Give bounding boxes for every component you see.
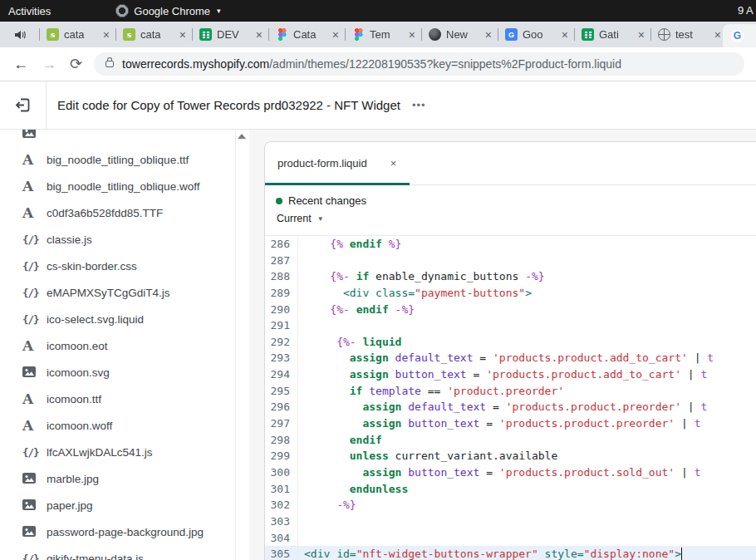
chevron-down-icon: ▾	[217, 7, 221, 15]
browser-tab[interactable]: Gati×	[574, 22, 650, 47]
file-sidebar: Abig_noodle_titling_oblique.ttfAbig_nood…	[0, 130, 249, 560]
close-icon[interactable]: ×	[179, 29, 186, 41]
file-list-item[interactable]: Abig_noodle_titling_oblique.ttf	[0, 146, 234, 173]
file-list-item[interactable]: password-page-background.jpg	[0, 518, 234, 545]
reload-button[interactable]: ⟳	[70, 55, 82, 73]
tab-audio-control[interactable]	[0, 22, 39, 47]
code-line[interactable]: 293 assign default_text = 'products.prod…	[265, 350, 756, 366]
code-file-icon: {/}	[22, 260, 41, 273]
file-list-item[interactable]: Aicomoon.eot	[0, 332, 234, 359]
line-number: 298	[265, 432, 298, 449]
app-menu[interactable]: Google Chrome ▾	[115, 4, 220, 17]
browser-tab-partial[interactable]: G	[723, 24, 756, 47]
version-dropdown[interactable]: Current ▼	[277, 213, 756, 224]
line-source: -%}	[298, 497, 756, 513]
file-list-item[interactable]: icomoon.svg	[0, 359, 234, 386]
unsaved-changes-dot-icon	[276, 198, 282, 204]
code-line[interactable]: 300 assign button_text = 'products.produ…	[265, 464, 756, 481]
code-line[interactable]: 297 assign button_text = 'products.produ…	[265, 415, 756, 432]
forward-button[interactable]: →	[42, 56, 56, 73]
close-icon[interactable]: ×	[638, 29, 645, 41]
close-icon[interactable]: ×	[485, 29, 492, 41]
line-source	[298, 530, 756, 547]
browser-tab[interactable]: test×	[650, 22, 723, 47]
code-line[interactable]: 303	[265, 513, 756, 530]
code-line[interactable]: 295 if template == 'product.preorder'	[265, 383, 756, 400]
code-line[interactable]: 304	[265, 530, 756, 547]
code-line[interactable]: 286 {% endif %}	[265, 236, 756, 253]
address-bar[interactable]: towerrecords.myshopify.com /admin/themes…	[94, 52, 744, 76]
close-icon[interactable]: ×	[409, 29, 415, 41]
file-name: icomoon.svg	[47, 366, 110, 379]
system-clock[interactable]: 9 A	[738, 4, 756, 17]
tab-title: Tem	[370, 28, 407, 41]
code-line[interactable]: 299 unless current_variant.available	[265, 448, 756, 464]
line-source: <div id="nft-widget-buttons-wrapper" sty…	[298, 546, 756, 560]
url-path: /admin/themes/122208190535?key=snippets%…	[269, 57, 621, 71]
file-list-item[interactable]: Aicomoon.woff	[0, 412, 234, 439]
sidebar-scrollbar[interactable]	[235, 130, 249, 560]
code-line[interactable]: 288 {%- if enable_dynamic_buttons -%}	[265, 268, 756, 285]
browser-tab[interactable]: scata×	[115, 22, 192, 47]
file-name: lfcAXLwjkDALc541.js	[47, 446, 153, 459]
back-button[interactable]: ←	[13, 56, 28, 73]
line-number: 292	[265, 334, 298, 351]
browser-tab[interactable]: scata×	[39, 22, 115, 47]
line-number: 303	[265, 513, 298, 530]
file-list: Abig_noodle_titling_oblique.ttfAbig_nood…	[0, 130, 234, 560]
file-name: icomoon.eot	[47, 340, 108, 352]
code-line[interactable]: 287	[265, 253, 756, 269]
sheets-favicon	[582, 28, 594, 41]
line-number: 294	[265, 366, 298, 383]
close-icon[interactable]: ×	[714, 29, 721, 41]
browser-tab[interactable]: Cata×	[268, 22, 345, 47]
close-icon[interactable]: ×	[103, 29, 110, 41]
close-icon[interactable]: ×	[562, 29, 568, 41]
browser-tab[interactable]: New×	[421, 22, 498, 47]
close-icon[interactable]: ×	[256, 29, 263, 41]
file-list-item[interactable]: paper.jpg	[0, 492, 234, 518]
line-source: assign button_text = 'products.product.a…	[298, 366, 756, 383]
file-list-item[interactable]: {/}eMAPMXSyTCgGdiT4.js	[0, 279, 234, 306]
file-list-item[interactable]: {/}ico-select.svg.liquid	[0, 306, 234, 332]
code-line[interactable]: 289 <div class="payment-buttons">	[265, 285, 756, 302]
file-name: paper.jpg	[47, 499, 93, 512]
lock-icon[interactable]	[106, 61, 114, 67]
line-source	[298, 317, 756, 334]
code-line[interactable]: 291	[265, 317, 756, 334]
more-actions-button[interactable]: •••	[412, 99, 426, 111]
file-list-item[interactable]: Aicomoon.ttf	[0, 386, 234, 412]
browser-tab[interactable]: DEV×	[192, 22, 268, 47]
code-line[interactable]: 290 {%- endif -%}	[265, 302, 756, 318]
close-icon[interactable]: ×	[390, 157, 397, 169]
close-icon[interactable]: ×	[332, 29, 339, 41]
file-list-item[interactable]: marble.jpg	[0, 465, 234, 492]
code-line[interactable]: 301 endunless	[265, 481, 756, 498]
code-line[interactable]: 294 assign button_text = 'products.produ…	[265, 366, 756, 383]
code-line[interactable]: 305<div id="nft-widget-buttons-wrapper" …	[265, 546, 756, 560]
figma-favicon	[276, 28, 288, 41]
file-list-item[interactable]: {/}classie.js	[0, 226, 234, 253]
code-line[interactable]: 296 assign default_text = 'products.prod…	[265, 399, 756, 415]
code-line[interactable]: 302 -%}	[265, 497, 756, 513]
code-line[interactable]: 292 {%- liquid	[265, 334, 756, 351]
file-list-item[interactable]: {/}qikify-tmenu-data.js	[0, 545, 234, 560]
browser-tab[interactable]: GGoo×	[498, 22, 574, 47]
page-title: Edit code for Copy of Tower Records prd0…	[57, 98, 400, 112]
file-name: qikify-tmenu-data.js	[47, 553, 144, 560]
exit-code-editor-button[interactable]	[0, 81, 47, 129]
file-list-item[interactable]: Abig_noodle_titling_oblique.woff	[0, 173, 234, 199]
file-list-item[interactable]: {/}lfcAXLwjkDALc541.js	[0, 439, 234, 465]
browser-toolbar: ← → ⟳ towerrecords.myshopify.com /admin/…	[0, 47, 756, 81]
code-area[interactable]: 286 {% endif %}287288 {%- if enable_dyna…	[265, 236, 756, 560]
scroll-up-arrow-icon[interactable]	[238, 134, 246, 139]
activities-button[interactable]: Activities	[8, 5, 51, 17]
google-favicon: G	[731, 30, 744, 42]
line-number: 296	[265, 399, 298, 415]
file-list-item[interactable]: {/}cs-skin-border.css	[0, 253, 234, 279]
file-list-item-partial[interactable]	[0, 130, 234, 146]
file-list-item[interactable]: Ac0df3a6b528fdd85.TTF	[0, 199, 234, 226]
browser-tab[interactable]: Tem×	[345, 22, 421, 47]
editor-tab-product-form[interactable]: product-form.liquid ×	[265, 142, 415, 184]
code-line[interactable]: 298 endif	[265, 432, 756, 449]
